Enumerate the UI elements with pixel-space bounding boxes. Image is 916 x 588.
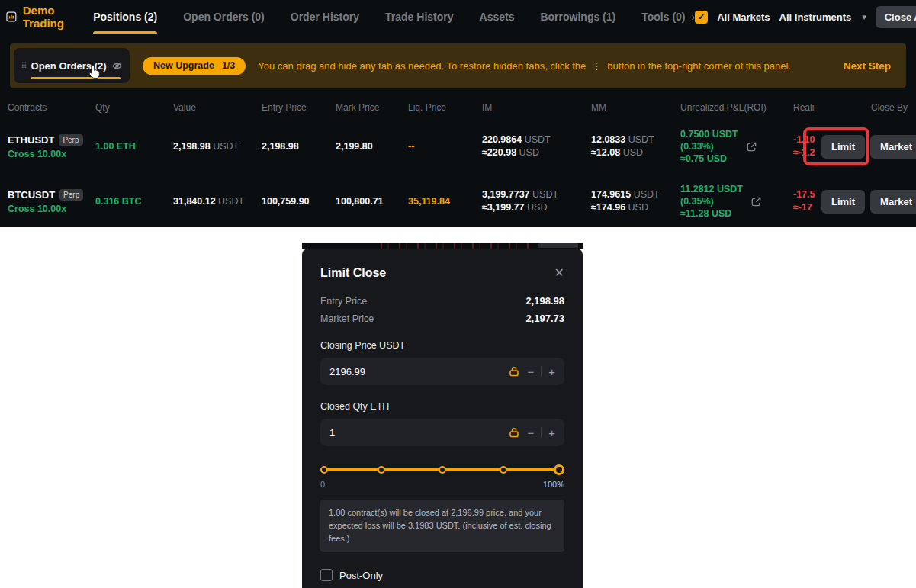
increase-qty-button[interactable]: + xyxy=(548,427,555,439)
tab-open-orders[interactable]: Open Orders (0) xyxy=(183,0,265,34)
im-usd: ≈220.98 xyxy=(482,147,516,158)
closing-price-label: Closing Price USDT xyxy=(320,340,564,351)
entry-price-value: 2,198.98 xyxy=(525,295,564,307)
qty-percent-slider[interactable] xyxy=(320,464,564,475)
decrease-price-button[interactable]: − xyxy=(527,366,534,378)
increase-price-button[interactable]: + xyxy=(548,366,555,378)
tab-positions[interactable]: Positions (2) xyxy=(93,0,157,34)
slider-handle[interactable] xyxy=(554,464,564,475)
perp-badge: Perp xyxy=(59,134,82,146)
symbol-label: ETHUSDT xyxy=(8,134,54,146)
header-realized: Reali xyxy=(793,102,821,113)
liq-price-cell: -- xyxy=(408,141,482,152)
limit-close-modal-window: Limit Close ✕ Entry Price 2,198.98 Marke… xyxy=(302,243,583,588)
post-only-checkbox[interactable] xyxy=(320,569,333,581)
all-markets-checkbox[interactable]: ✓ xyxy=(695,11,708,24)
header-im: IM xyxy=(482,102,591,113)
header-unrealized-pnl: Unrealized P&L(ROI) xyxy=(680,102,793,113)
all-markets-label: All Markets xyxy=(717,11,770,23)
mm-cell: 12.0833 USDT ≈12.08 USD xyxy=(591,133,680,159)
all-instruments-select[interactable]: All Instruments xyxy=(779,11,852,23)
realized-line1: -1.10 xyxy=(793,133,821,146)
closing-price-input[interactable] xyxy=(329,366,508,378)
upnl-roi: (0.35%) xyxy=(680,195,743,207)
contracts-cell[interactable]: ETHUSDT Perp Cross 10.00x xyxy=(8,134,95,159)
slider-stop-25[interactable] xyxy=(378,466,385,474)
banner-message-before: You can drag and hide any tab as needed.… xyxy=(258,60,586,72)
slider-min-label: 0 xyxy=(320,480,325,489)
entry-price-label: Entry Price xyxy=(320,296,367,307)
new-upgrade-badge: New Upgrade 1/3 xyxy=(143,57,246,75)
tab-assets[interactable]: Assets xyxy=(480,0,515,34)
stepper-divider xyxy=(541,427,542,438)
value-unit: USDT xyxy=(218,196,244,207)
closing-price-field: − + xyxy=(320,358,564,385)
nav-right-controls: ✓ All Markets All Instruments ▾ Close Al… xyxy=(695,6,916,28)
upnl-usd: ≈0.75 USD xyxy=(680,153,738,165)
im-cell: 3,199.7737 USDT ≈3,199.77 USD xyxy=(482,188,591,214)
slider-stop-50[interactable] xyxy=(439,466,446,474)
post-only-label: Post-Only xyxy=(339,570,383,581)
mark-price-cell: 2,199.80 xyxy=(336,141,408,152)
header-liq-price: Liq. Price xyxy=(408,102,482,113)
draggable-open-orders-tab[interactable]: ⠿ Open Orders (2) xyxy=(14,48,130,83)
entry-price-row: Entry Price 2,198.98 xyxy=(320,295,564,307)
post-only-option[interactable]: Post-Only xyxy=(320,569,564,581)
upgrade-banner: ⠿ Open Orders (2) New Upgrade 1/3 You ca… xyxy=(10,43,906,88)
perp-badge: Perp xyxy=(59,189,83,201)
upnl-amount: 11.2812 USDT xyxy=(680,183,743,195)
limit-close-button[interactable]: Limit xyxy=(821,190,865,214)
entry-price-cell: 100,759.90 xyxy=(262,196,336,207)
realized-pnl-cell: -1.10 ≈-1.2 xyxy=(793,133,821,159)
next-step-button[interactable]: Next Step xyxy=(844,60,891,72)
lock-icon[interactable] xyxy=(508,426,520,439)
market-price-value: 2,197.73 xyxy=(525,313,564,324)
market-close-button[interactable]: Market xyxy=(870,190,916,214)
positions-table-header: Contracts Qty Value Entry Price Mark Pri… xyxy=(0,96,916,119)
slider-stop-75[interactable] xyxy=(500,466,507,474)
slider-stop-0[interactable] xyxy=(320,466,328,474)
close-icon[interactable]: ✕ xyxy=(554,267,564,279)
closed-qty-input[interactable] xyxy=(329,427,508,439)
lock-icon[interactable] xyxy=(508,365,520,378)
realized-pnl-cell: -17.5 ≈-17 xyxy=(793,188,821,214)
drag-handle-icon[interactable]: ⠿ xyxy=(21,61,26,71)
header-mm: MM xyxy=(591,102,680,113)
top-nav: Demo Trading Positions (2) Open Orders (… xyxy=(0,0,916,34)
upnl-usd: ≈11.28 USD xyxy=(680,207,743,220)
qty-cell: 1.00 ETH xyxy=(95,141,173,152)
modal-title: Limit Close xyxy=(320,266,386,280)
tab-trade-history[interactable]: Trade History xyxy=(385,0,453,34)
banner-message: You can drag and hide any tab as needed.… xyxy=(258,60,791,72)
tab-borrowings[interactable]: Borrowings (1) xyxy=(540,0,615,34)
external-link-icon[interactable] xyxy=(746,141,757,153)
leverage-label[interactable]: Cross 10.00x xyxy=(8,204,95,214)
upnl-roi: (0.33%) xyxy=(680,140,738,153)
im-amount: 3,199.7737 xyxy=(482,189,530,200)
external-link-icon[interactable] xyxy=(750,196,762,207)
brand: Demo Trading xyxy=(6,4,70,30)
market-price-row: Market Price 2,197.73 xyxy=(320,313,564,324)
new-upgrade-badge-label: New Upgrade xyxy=(153,60,214,71)
tab-tools-label: Tools (0) xyxy=(641,11,685,23)
header-qty: Qty xyxy=(95,102,173,113)
tab-order-history[interactable]: Order History xyxy=(291,0,359,34)
close-summary-text: 1.00 contract(s) will be closed at 2,196… xyxy=(320,500,564,552)
limit-close-button[interactable]: Limit xyxy=(821,135,865,159)
im-amount: 220.9864 xyxy=(482,134,522,145)
contracts-cell[interactable]: BTCUSDT Perp Cross 10.00x xyxy=(8,189,95,214)
realized-line2: ≈-1.2 xyxy=(793,146,821,159)
leverage-label[interactable]: Cross 10.00x xyxy=(8,149,95,159)
mm-unit: USDT xyxy=(634,189,660,200)
caret-down-icon[interactable]: ▾ xyxy=(862,12,866,22)
mm-usd-unit: USD xyxy=(628,202,648,213)
mm-amount: 12.0833 xyxy=(591,134,625,145)
market-close-button[interactable]: Market xyxy=(870,135,916,159)
tab-tools[interactable]: Tools (0) › xyxy=(641,0,695,34)
eye-off-icon[interactable] xyxy=(111,60,123,72)
decrease-qty-button[interactable]: − xyxy=(527,427,534,439)
close-all-button[interactable]: Close All xyxy=(876,6,916,28)
banner-message-after: button in the top-right corner of this p… xyxy=(607,60,791,72)
close-by-cell: Limit Market xyxy=(821,190,916,214)
symbol-label: BTCUSDT xyxy=(8,189,55,201)
